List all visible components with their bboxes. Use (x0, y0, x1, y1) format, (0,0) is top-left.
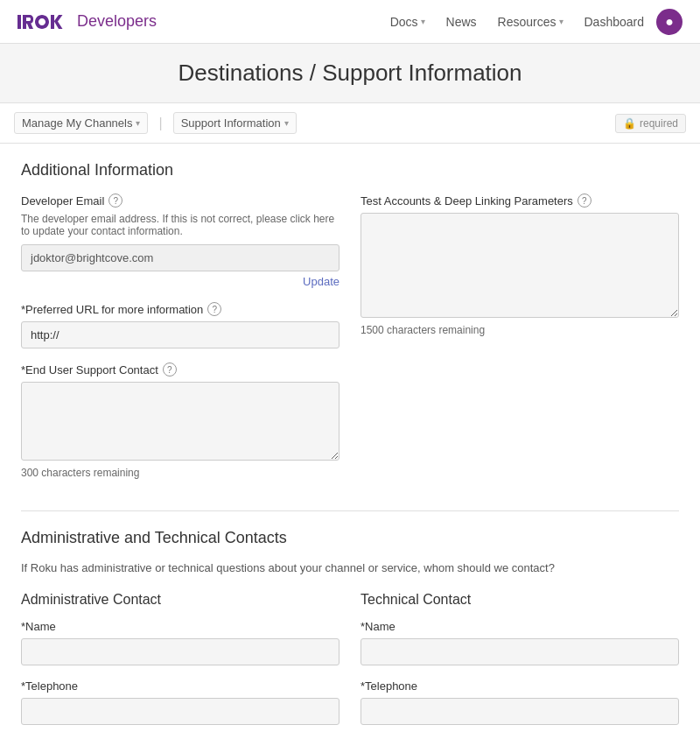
required-badge: 🔒 required (615, 114, 686, 133)
chevron-down-icon: ▾ (559, 17, 564, 26)
brand: Developers (18, 11, 157, 32)
end-user-support-char-count: 300 characters remaining (21, 467, 340, 479)
end-user-support-label: *End User Support Contact ? (21, 362, 340, 377)
end-user-support-group: *End User Support Contact ? 300 characte… (21, 362, 340, 479)
nav-docs[interactable]: Docs ▾ (382, 10, 434, 34)
test-accounts-char-count: 1500 characters remaining (360, 324, 679, 336)
tech-name-group: *Name (360, 620, 679, 665)
lock-icon: 🔒 (623, 117, 636, 130)
contacts-title: Administrative and Technical Contacts (21, 529, 679, 547)
admin-contact-title: Administrative Contact (21, 592, 340, 608)
technical-contact-title: Technical Contact (360, 592, 679, 608)
page-title: Destinations / Support Information (18, 60, 682, 87)
nav-dashboard[interactable]: Dashboard (576, 10, 654, 34)
developer-email-group: Developer Email ? The developer email ad… (21, 194, 340, 288)
nav-links: Docs ▾ News Resources ▾ Dashboard ● (382, 9, 682, 35)
preferred-url-group: *Preferred URL for more information ? (21, 302, 340, 348)
technical-contact-column: Technical Contact *Name *Telephone *Emai… (360, 592, 679, 739)
preferred-url-label: *Preferred URL for more information ? (21, 302, 340, 316)
developer-email-value: jdoktor@brightcove.com (21, 244, 340, 271)
additional-info-columns: Developer Email ? The developer email ad… (21, 194, 679, 493)
user-avatar[interactable]: ● (656, 9, 682, 35)
admin-telephone-group: *Telephone (21, 679, 340, 725)
page-title-bar: Destinations / Support Information (0, 44, 700, 103)
developer-email-label: Developer Email ? (21, 194, 340, 208)
admin-name-input[interactable] (21, 638, 340, 665)
nav-news[interactable]: News (438, 10, 486, 34)
chevron-down-icon: ▾ (136, 118, 140, 128)
preferred-url-input[interactable] (21, 321, 340, 348)
developer-email-help-icon[interactable]: ? (108, 194, 122, 208)
developer-email-helper: The developer email address. If this is … (21, 213, 340, 237)
contacts-desc: If Roku has administrative or technical … (21, 561, 679, 574)
roku-logo (18, 11, 70, 32)
chevron-down-icon: ▾ (284, 118, 289, 128)
admin-telephone-input[interactable] (21, 698, 340, 725)
end-user-support-help-icon[interactable]: ? (163, 362, 177, 377)
admin-name-group: *Name (21, 620, 340, 665)
test-accounts-textarea[interactable] (360, 213, 679, 318)
breadcrumb-support-info[interactable]: Support Information ▾ (173, 112, 297, 134)
test-accounts-help-icon[interactable]: ? (578, 194, 592, 208)
nav-resources[interactable]: Resources ▾ (489, 10, 572, 34)
tech-name-input[interactable] (360, 638, 679, 665)
admin-telephone-label: *Telephone (21, 679, 340, 693)
breadcrumb-divider: | (158, 116, 162, 131)
test-accounts-group: Test Accounts & Deep Linking Parameters … (360, 194, 679, 336)
admin-contact-column: Administrative Contact *Name *Telephone … (21, 592, 340, 739)
brand-text: Developers (77, 12, 157, 31)
admin-name-label: *Name (21, 620, 340, 633)
breadcrumb-manage-channels[interactable]: Manage My Channels ▾ (14, 112, 148, 134)
right-column: Test Accounts & Deep Linking Parameters … (360, 194, 679, 493)
main-content: Additional Information Developer Email ?… (0, 144, 700, 739)
tech-telephone-label: *Telephone (360, 679, 679, 693)
tech-telephone-input[interactable] (360, 698, 679, 725)
section-divider (21, 510, 679, 511)
left-column: Developer Email ? The developer email ad… (21, 194, 340, 493)
end-user-support-textarea[interactable] (21, 382, 340, 461)
contacts-columns: Administrative Contact *Name *Telephone … (21, 592, 679, 739)
breadcrumb-bar: Manage My Channels ▾ | Support Informati… (0, 103, 700, 144)
navbar: Developers Docs ▾ News Resources ▾ Dashb… (0, 0, 700, 44)
tech-telephone-group: *Telephone (360, 679, 679, 725)
chevron-down-icon: ▾ (421, 17, 425, 26)
additional-info-title: Additional Information (21, 161, 679, 179)
tech-name-label: *Name (360, 620, 679, 633)
test-accounts-label: Test Accounts & Deep Linking Parameters … (360, 194, 679, 208)
update-email-link[interactable]: Update (21, 275, 340, 288)
preferred-url-help-icon[interactable]: ? (207, 302, 221, 316)
